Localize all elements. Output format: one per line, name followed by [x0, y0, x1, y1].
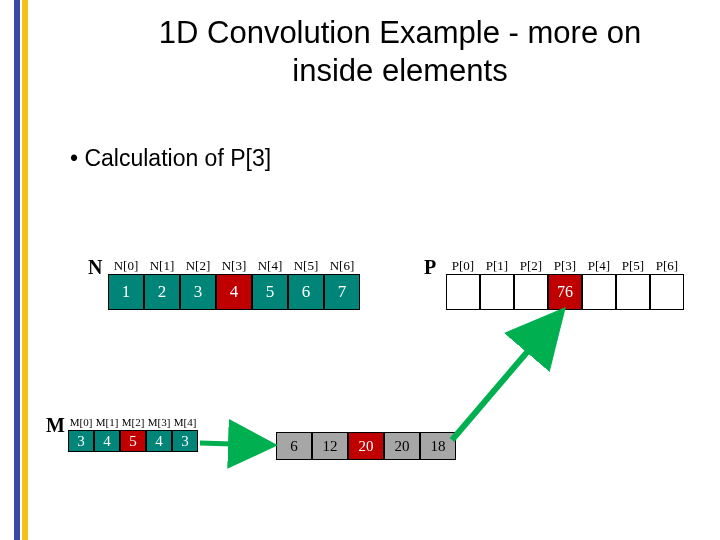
array-cell: 6: [288, 274, 324, 310]
array-label: N[5]: [288, 258, 324, 274]
array-label: P[5]: [616, 258, 650, 274]
array-cell: 3: [180, 274, 216, 310]
array-label: N[2]: [180, 258, 216, 274]
array-N-labels: N[0]N[1]N[2]N[3]N[4]N[5]N[6]: [108, 258, 360, 274]
array-cell: 1: [108, 274, 144, 310]
array-cell: 5: [120, 430, 146, 452]
array-label: M[4]: [172, 416, 198, 428]
array-label: N[1]: [144, 258, 180, 274]
array-label: P[3]: [548, 258, 582, 274]
array-cell: 12: [312, 432, 348, 460]
array-label: M[0]: [68, 416, 94, 428]
array-cell: 4: [216, 274, 252, 310]
array-P-letter: P: [424, 256, 436, 279]
array-label: P[2]: [514, 258, 548, 274]
array-cell: 20: [348, 432, 384, 460]
array-cell: 3: [172, 430, 198, 452]
array-cell: 5: [252, 274, 288, 310]
array-label: P[1]: [480, 258, 514, 274]
array-cell: [650, 274, 684, 310]
array-P-labels: P[0]P[1]P[2]P[3]P[4]P[5]P[6]: [446, 258, 684, 274]
svg-line-0: [200, 443, 268, 445]
array-cell: 2: [144, 274, 180, 310]
array-N-cells: 1234567: [108, 274, 360, 310]
array-label: N[0]: [108, 258, 144, 274]
array-M-letter: M: [46, 414, 65, 437]
product-row-cells: 612202018: [276, 432, 456, 460]
array-cell: 3: [68, 430, 94, 452]
array-cell: 6: [276, 432, 312, 460]
stripe-blue: [14, 0, 20, 540]
array-label: N[3]: [216, 258, 252, 274]
array-label: N[4]: [252, 258, 288, 274]
stripe-yellow: [22, 0, 28, 540]
array-M-labels: M[0]M[1]M[2]M[3]M[4]: [68, 416, 198, 428]
array-label: M[3]: [146, 416, 172, 428]
array-cell: 4: [146, 430, 172, 452]
array-label: P[0]: [446, 258, 480, 274]
array-label: P[6]: [650, 258, 684, 274]
array-N-letter: N: [88, 256, 102, 279]
bullet-text: • Calculation of P[3]: [70, 145, 271, 172]
array-label: M[2]: [120, 416, 146, 428]
arrow-m-to-products: [198, 433, 278, 461]
array-cell: 20: [384, 432, 420, 460]
svg-line-1: [452, 316, 558, 440]
array-label: N[6]: [324, 258, 360, 274]
page-title: 1D Convolution Example - more on inside …: [130, 14, 670, 90]
array-cell: [616, 274, 650, 310]
array-M-cells: 34543: [68, 430, 198, 452]
array-label: M[1]: [94, 416, 120, 428]
arrow-products-to-P3: [440, 300, 600, 450]
array-cell: 4: [94, 430, 120, 452]
array-cell: 7: [324, 274, 360, 310]
array-label: P[4]: [582, 258, 616, 274]
